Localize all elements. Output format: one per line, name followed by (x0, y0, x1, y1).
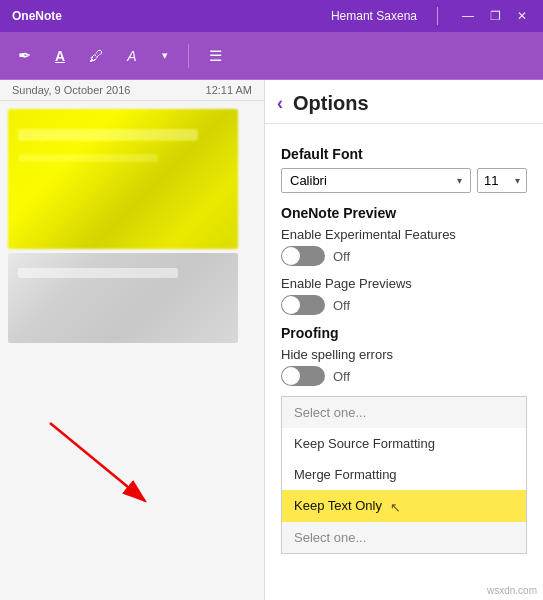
paste-option-select-one-bottom[interactable]: Select one... (282, 522, 526, 553)
note-image-gray (8, 253, 238, 343)
pen-icon[interactable]: ✒ (10, 42, 38, 70)
font-size-arrow: ▾ (515, 175, 520, 186)
paste-option-merge-formatting[interactable]: Merge Formatting (282, 459, 526, 490)
paste-option-select-one-top-label: Select one... (294, 405, 366, 420)
paste-option-keep-source-label: Keep Source Formatting (294, 436, 435, 451)
experimental-toggle-group: Off (281, 246, 527, 266)
options-title: Options (293, 92, 369, 115)
font-size-value: 11 (484, 173, 498, 188)
close-button[interactable]: ✕ (513, 9, 531, 23)
window-controls: — ❐ ✕ (458, 9, 531, 23)
left-panel: Sunday, 9 October 2016 12:11 AM (0, 80, 265, 600)
title-separator (437, 7, 438, 25)
note-date: Sunday, 9 October 2016 (12, 84, 130, 96)
options-body: Default Font Calibri ▾ 11 ▾ OneNote Prev… (265, 124, 543, 566)
highlight-icon[interactable]: 🖊 (82, 42, 110, 70)
font-family-value: Calibri (290, 173, 327, 188)
hide-spelling-toggle-group: Off (281, 366, 527, 386)
paste-option-keep-text-only[interactable]: Keep Text Only ↖ (282, 490, 526, 522)
experimental-state-label: Off (333, 249, 350, 264)
toolbar-divider (188, 44, 189, 68)
experimental-toggle[interactable] (281, 246, 325, 266)
back-button[interactable]: ‹ (277, 93, 283, 114)
note-date-bar: Sunday, 9 October 2016 12:11 AM (0, 80, 264, 101)
minimize-button[interactable]: — (458, 9, 478, 23)
toolbar: ✒ A 🖊 A ▾ ☰ (0, 32, 543, 80)
page-previews-label: Enable Page Previews (281, 276, 527, 291)
note-time: 12:11 AM (206, 84, 252, 96)
watermark: wsxdn.com (487, 585, 537, 596)
title-bar: OneNote Hemant Saxena — ❐ ✕ (0, 0, 543, 32)
experimental-features-label: Enable Experimental Features (281, 227, 527, 242)
paste-option-select-one-top[interactable]: Select one... (282, 397, 526, 428)
page-previews-toggle-group: Off (281, 295, 527, 315)
list-icon[interactable]: ☰ (201, 42, 229, 70)
default-font-section-title: Default Font (281, 146, 527, 162)
cursor-icon: ↖ (390, 500, 402, 514)
hide-spelling-label: Hide spelling errors (281, 347, 527, 362)
restore-button[interactable]: ❐ (486, 9, 505, 23)
toggle-knob (282, 247, 300, 265)
paste-option-select-one-bottom-label: Select one... (294, 530, 366, 545)
hide-spelling-toggle-row: Hide spelling errors Off (281, 347, 527, 386)
toggle-knob-3 (282, 367, 300, 385)
note-content-area (0, 101, 264, 593)
main-container: Sunday, 9 October 2016 12:11 AM ‹ Option… (0, 80, 543, 600)
onenote-preview-section-title: OneNote Preview (281, 205, 527, 221)
paste-option-keep-text-label: Keep Text Only (294, 498, 382, 513)
paste-options-menu: Select one... Keep Source Formatting Mer… (281, 396, 527, 554)
page-previews-state-label: Off (333, 298, 350, 313)
app-title: OneNote (12, 9, 62, 23)
font-family-arrow: ▾ (457, 175, 462, 186)
hide-spelling-toggle[interactable] (281, 366, 325, 386)
page-previews-toggle-row: Enable Page Previews Off (281, 276, 527, 315)
font-size-select[interactable]: 11 ▾ (477, 168, 527, 193)
right-panel: ‹ Options Default Font Calibri ▾ 11 ▾ On… (265, 80, 543, 600)
options-header: ‹ Options (265, 80, 543, 124)
hide-spelling-state-label: Off (333, 369, 350, 384)
svg-line-1 (50, 423, 145, 501)
user-name: Hemant Saxena (331, 9, 417, 23)
font-color-icon[interactable]: A (118, 42, 146, 70)
red-arrow-indicator (30, 413, 170, 513)
experimental-features-toggle-row: Enable Experimental Features Off (281, 227, 527, 266)
page-previews-toggle[interactable] (281, 295, 325, 315)
text-underline-icon[interactable]: A (46, 42, 74, 70)
font-row: Calibri ▾ 11 ▾ (281, 168, 527, 193)
note-image-yellow (8, 109, 238, 249)
paste-option-keep-source[interactable]: Keep Source Formatting (282, 428, 526, 459)
paste-option-merge-label: Merge Formatting (294, 467, 397, 482)
font-family-select[interactable]: Calibri ▾ (281, 168, 471, 193)
toolbar-dropdown[interactable]: ▾ (154, 42, 176, 70)
proofing-section-title: Proofing (281, 325, 527, 341)
toggle-knob-2 (282, 296, 300, 314)
